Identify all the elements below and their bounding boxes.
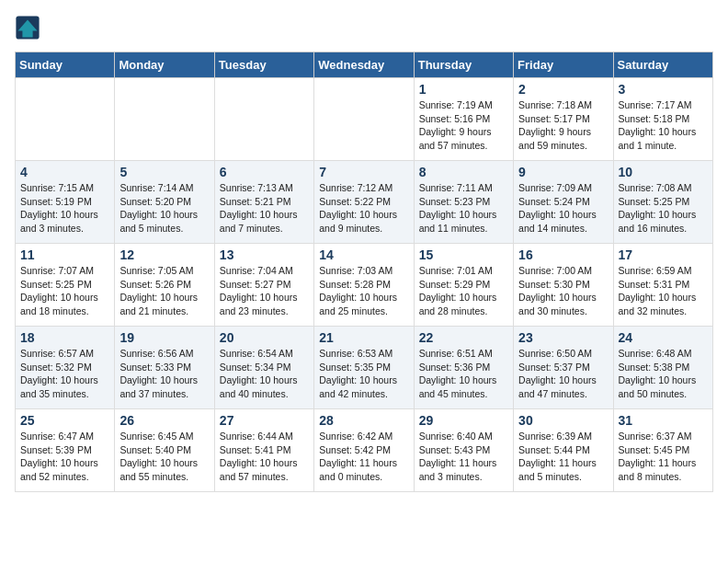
day-header-monday: Monday: [115, 52, 214, 78]
day-info: Sunrise: 7:11 AM Sunset: 5:23 PM Dayligh…: [419, 181, 508, 236]
calendar-cell: 7Sunrise: 7:12 AM Sunset: 5:22 PM Daylig…: [314, 161, 414, 244]
day-number: 28: [319, 413, 408, 428]
calendar-cell: 15Sunrise: 7:01 AM Sunset: 5:29 PM Dayli…: [414, 244, 513, 327]
day-info: Sunrise: 6:42 AM Sunset: 5:42 PM Dayligh…: [319, 430, 408, 484]
day-info: Sunrise: 6:48 AM Sunset: 5:38 PM Dayligh…: [619, 347, 708, 401]
day-info: Sunrise: 6:37 AM Sunset: 5:45 PM Dayligh…: [619, 430, 708, 484]
calendar-cell: 19Sunrise: 6:56 AM Sunset: 5:33 PM Dayli…: [115, 327, 214, 409]
day-number: 1: [419, 82, 508, 97]
day-number: 31: [619, 413, 708, 428]
day-number: 8: [419, 165, 508, 179]
calendar-cell: 10Sunrise: 7:08 AM Sunset: 5:25 PM Dayli…: [613, 161, 712, 244]
calendar-cell: 5Sunrise: 7:14 AM Sunset: 5:20 PM Daylig…: [115, 161, 214, 244]
calendar-cell: 29Sunrise: 6:40 AM Sunset: 5:43 PM Dayli…: [414, 409, 513, 492]
calendar-cell: 11Sunrise: 7:07 AM Sunset: 5:25 PM Dayli…: [16, 244, 115, 327]
day-info: Sunrise: 6:45 AM Sunset: 5:40 PM Dayligh…: [119, 430, 209, 484]
calendar-cell: 24Sunrise: 6:48 AM Sunset: 5:38 PM Dayli…: [613, 327, 712, 409]
day-info: Sunrise: 6:54 AM Sunset: 5:34 PM Dayligh…: [220, 347, 309, 401]
day-header-sunday: Sunday: [16, 52, 115, 78]
calendar-cell: 20Sunrise: 6:54 AM Sunset: 5:34 PM Dayli…: [214, 327, 313, 409]
day-info: Sunrise: 7:03 AM Sunset: 5:28 PM Dayligh…: [319, 264, 408, 318]
day-info: Sunrise: 6:53 AM Sunset: 5:35 PM Dayligh…: [319, 347, 408, 401]
calendar-cell: [214, 78, 313, 161]
day-info: Sunrise: 7:18 AM Sunset: 5:17 PM Dayligh…: [518, 98, 608, 153]
calendar-cell: 9Sunrise: 7:09 AM Sunset: 5:24 PM Daylig…: [514, 161, 613, 244]
calendar-cell: 30Sunrise: 6:39 AM Sunset: 5:44 PM Dayli…: [514, 409, 613, 492]
calendar-cell: 27Sunrise: 6:44 AM Sunset: 5:41 PM Dayli…: [214, 409, 313, 492]
day-number: 27: [220, 413, 309, 428]
day-number: 23: [518, 330, 608, 345]
calendar-cell: 14Sunrise: 7:03 AM Sunset: 5:28 PM Dayli…: [314, 244, 414, 327]
calendar-cell: 23Sunrise: 6:50 AM Sunset: 5:37 PM Dayli…: [514, 327, 613, 409]
calendar-cell: 8Sunrise: 7:11 AM Sunset: 5:23 PM Daylig…: [414, 161, 513, 244]
day-info: Sunrise: 7:00 AM Sunset: 5:30 PM Dayligh…: [518, 264, 608, 318]
calendar-cell: [314, 78, 414, 161]
day-info: Sunrise: 7:17 AM Sunset: 5:18 PM Dayligh…: [619, 98, 708, 153]
calendar-cell: 2Sunrise: 7:18 AM Sunset: 5:17 PM Daylig…: [514, 78, 613, 161]
day-number: 6: [220, 165, 309, 179]
day-header-tuesday: Tuesday: [214, 52, 313, 78]
day-info: Sunrise: 7:12 AM Sunset: 5:22 PM Dayligh…: [319, 181, 408, 236]
day-number: 13: [220, 247, 309, 262]
day-info: Sunrise: 7:13 AM Sunset: 5:21 PM Dayligh…: [220, 181, 309, 236]
day-number: 26: [119, 413, 209, 428]
calendar-table: SundayMondayTuesdayWednesdayThursdayFrid…: [15, 52, 713, 492]
day-number: 12: [119, 247, 209, 262]
day-number: 24: [619, 330, 708, 345]
day-info: Sunrise: 7:07 AM Sunset: 5:25 PM Dayligh…: [20, 264, 109, 318]
day-number: 22: [419, 330, 508, 345]
day-number: 18: [20, 330, 109, 345]
calendar-cell: 4Sunrise: 7:15 AM Sunset: 5:19 PM Daylig…: [16, 161, 115, 244]
day-number: 19: [119, 330, 209, 345]
calendar-cell: 6Sunrise: 7:13 AM Sunset: 5:21 PM Daylig…: [214, 161, 313, 244]
day-info: Sunrise: 7:08 AM Sunset: 5:25 PM Dayligh…: [619, 181, 708, 236]
day-info: Sunrise: 7:19 AM Sunset: 5:16 PM Dayligh…: [419, 98, 508, 153]
day-number: 3: [619, 82, 708, 97]
calendar-week-3: 11Sunrise: 7:07 AM Sunset: 5:25 PM Dayli…: [16, 244, 713, 327]
calendar-week-1: 1Sunrise: 7:19 AM Sunset: 5:16 PM Daylig…: [16, 78, 713, 161]
calendar-cell: 17Sunrise: 6:59 AM Sunset: 5:31 PM Dayli…: [613, 244, 712, 327]
day-info: Sunrise: 6:47 AM Sunset: 5:39 PM Dayligh…: [20, 430, 109, 484]
day-header-friday: Friday: [514, 52, 613, 78]
day-info: Sunrise: 6:56 AM Sunset: 5:33 PM Dayligh…: [119, 347, 209, 401]
day-info: Sunrise: 6:40 AM Sunset: 5:43 PM Dayligh…: [419, 430, 508, 484]
calendar-week-4: 18Sunrise: 6:57 AM Sunset: 5:32 PM Dayli…: [16, 327, 713, 409]
calendar-cell: 3Sunrise: 7:17 AM Sunset: 5:18 PM Daylig…: [613, 78, 712, 161]
day-info: Sunrise: 7:14 AM Sunset: 5:20 PM Dayligh…: [119, 181, 209, 236]
day-info: Sunrise: 7:15 AM Sunset: 5:19 PM Dayligh…: [20, 181, 109, 236]
day-header-wednesday: Wednesday: [314, 52, 414, 78]
day-info: Sunrise: 7:04 AM Sunset: 5:27 PM Dayligh…: [220, 264, 309, 318]
calendar-cell: 22Sunrise: 6:51 AM Sunset: 5:36 PM Dayli…: [414, 327, 513, 409]
day-info: Sunrise: 6:50 AM Sunset: 5:37 PM Dayligh…: [518, 347, 608, 401]
page-header: [15, 15, 713, 40]
day-number: 17: [619, 247, 708, 262]
day-number: 11: [20, 247, 109, 262]
calendar-week-5: 25Sunrise: 6:47 AM Sunset: 5:39 PM Dayli…: [16, 409, 713, 492]
day-number: 21: [319, 330, 408, 345]
day-number: 16: [518, 247, 608, 262]
day-number: 4: [20, 165, 109, 179]
calendar-cell: [16, 78, 115, 161]
day-number: 7: [319, 165, 408, 179]
day-info: Sunrise: 6:39 AM Sunset: 5:44 PM Dayligh…: [518, 430, 608, 484]
calendar-cell: 1Sunrise: 7:19 AM Sunset: 5:16 PM Daylig…: [414, 78, 513, 161]
day-info: Sunrise: 7:05 AM Sunset: 5:26 PM Dayligh…: [119, 264, 209, 318]
calendar-cell: 18Sunrise: 6:57 AM Sunset: 5:32 PM Dayli…: [16, 327, 115, 409]
calendar-cell: 31Sunrise: 6:37 AM Sunset: 5:45 PM Dayli…: [613, 409, 712, 492]
calendar-cell: 25Sunrise: 6:47 AM Sunset: 5:39 PM Dayli…: [16, 409, 115, 492]
calendar-cell: 26Sunrise: 6:45 AM Sunset: 5:40 PM Dayli…: [115, 409, 214, 492]
calendar-week-2: 4Sunrise: 7:15 AM Sunset: 5:19 PM Daylig…: [16, 161, 713, 244]
calendar-cell: 21Sunrise: 6:53 AM Sunset: 5:35 PM Dayli…: [314, 327, 414, 409]
calendar-header-row: SundayMondayTuesdayWednesdayThursdayFrid…: [16, 52, 713, 78]
day-number: 15: [419, 247, 508, 262]
calendar-cell: 28Sunrise: 6:42 AM Sunset: 5:42 PM Dayli…: [314, 409, 414, 492]
day-number: 20: [220, 330, 309, 345]
calendar-cell: 13Sunrise: 7:04 AM Sunset: 5:27 PM Dayli…: [214, 244, 313, 327]
day-info: Sunrise: 6:59 AM Sunset: 5:31 PM Dayligh…: [619, 264, 708, 318]
day-header-thursday: Thursday: [414, 52, 513, 78]
day-number: 14: [319, 247, 408, 262]
day-number: 2: [518, 82, 608, 97]
day-info: Sunrise: 7:01 AM Sunset: 5:29 PM Dayligh…: [419, 264, 508, 318]
calendar-cell: [115, 78, 214, 161]
day-number: 25: [20, 413, 109, 428]
